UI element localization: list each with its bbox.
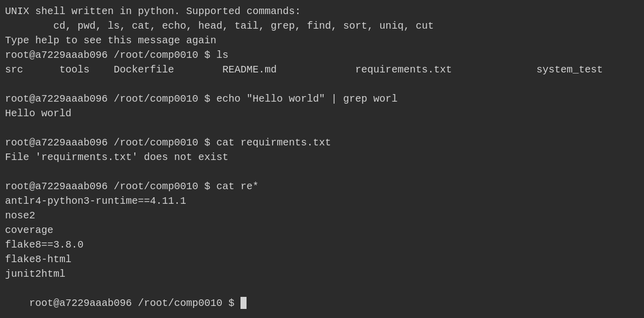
- output-line-15: nose2: [5, 208, 639, 223]
- current-prompt-line[interactable]: root@a7229aaab096 /root/comp0010 $: [5, 281, 639, 318]
- output-line-14: antlr4-python3-runtime==4.11.1: [5, 194, 639, 208]
- output-line-8: Hello world: [5, 106, 639, 121]
- output-line-2: cd, pwd, ls, cat, echo, head, tail, grep…: [5, 19, 639, 33]
- output-line-17: flake8==3.8.0: [5, 237, 639, 252]
- prompt-text: root@a7229aaab096 /root/comp0010 $: [29, 297, 240, 309]
- terminal-window[interactable]: UNIX shell written in python. Supported …: [5, 4, 639, 318]
- output-line-11: File 'requirments.txt' does not exist: [5, 150, 639, 165]
- output-line-4: root@a7229aaab096 /root/comp0010 $ ls: [5, 48, 639, 62]
- output-line-3: Type help to see this message again: [5, 33, 639, 48]
- output-line-10: root@a7229aaab096 /root/comp0010 $ cat r…: [5, 135, 639, 150]
- terminal-cursor: [240, 297, 247, 309]
- empty-line-1: [5, 77, 639, 92]
- output-line-19: junit2html: [5, 267, 639, 281]
- output-line-5: src tools Dockerfile README.md requireme…: [5, 62, 639, 77]
- output-line-1: UNIX shell written in python. Supported …: [5, 4, 639, 19]
- output-line-18: flake8-html: [5, 252, 639, 267]
- output-line-16: coverage: [5, 223, 639, 237]
- output-line-7: root@a7229aaab096 /root/comp0010 $ echo …: [5, 92, 639, 106]
- output-line-13: root@a7229aaab096 /root/comp0010 $ cat r…: [5, 179, 639, 194]
- empty-line-3: [5, 165, 639, 179]
- empty-line-2: [5, 121, 639, 135]
